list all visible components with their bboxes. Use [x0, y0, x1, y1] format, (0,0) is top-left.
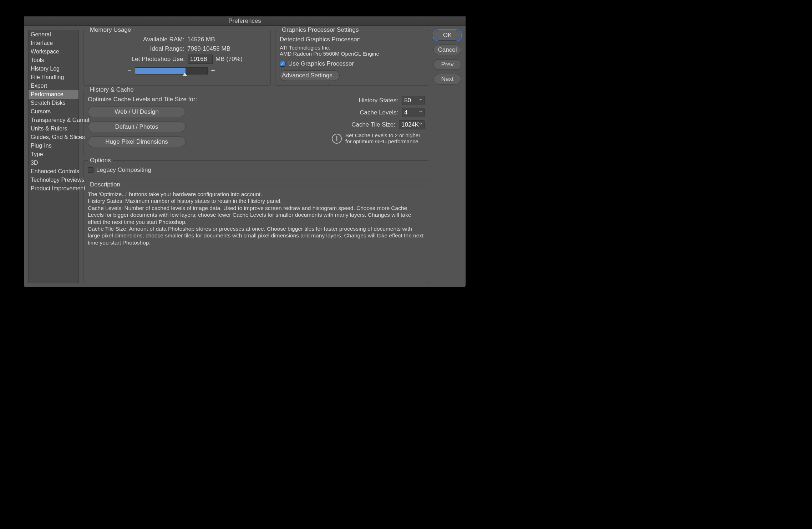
info-icon: i: [332, 134, 342, 144]
cancel-button[interactable]: Cancel: [433, 45, 461, 55]
preferences-dialog: Preferences General Interface Workspace …: [24, 16, 466, 287]
let-photoshop-use-suffix: MB (70%): [215, 56, 251, 63]
sidebar-item-performance[interactable]: Performance: [29, 90, 78, 99]
sidebar-item-plug-ins[interactable]: Plug-Ins: [29, 142, 78, 150]
legacy-compositing-checkbox[interactable]: [88, 167, 93, 173]
gpu-model: AMD Radeon Pro 5500M OpenGL Engine: [280, 51, 425, 57]
gpu-vendor: ATI Technologies Inc.: [280, 45, 425, 51]
sidebar-item-general[interactable]: General: [29, 30, 78, 39]
gpu-settings-group: Graphics Processor Settings Detected Gra…: [275, 30, 429, 86]
history-cache-group: History & Cache Optimize Cache Levels an…: [83, 90, 429, 156]
memory-slider[interactable]: [135, 67, 208, 75]
description-line-3: Cache Levels: Number of cached levels of…: [88, 205, 425, 225]
sidebar-item-transparency-gamut[interactable]: Transparency & Gamut: [29, 116, 78, 124]
sidebar-item-interface[interactable]: Interface: [29, 39, 78, 47]
let-photoshop-use-input[interactable]: [188, 55, 213, 64]
description-line-1: The 'Optimize...' buttons take your hard…: [88, 191, 425, 197]
cache-tile-size-select[interactable]: 1024K: [399, 120, 425, 129]
legacy-compositing-label: Legacy Compositing: [96, 166, 151, 174]
next-button[interactable]: Next: [433, 74, 461, 84]
description-group: Description The 'Optimize...' buttons ta…: [83, 185, 429, 283]
advanced-settings-button[interactable]: Advanced Settings...: [280, 70, 340, 81]
ideal-range-value: 7989-10458 MB: [187, 45, 252, 52]
sidebar-item-tools[interactable]: Tools: [29, 56, 78, 65]
description-line-2: History States: Maximum number of histor…: [88, 197, 425, 204]
sidebar-item-file-handling[interactable]: File Handling: [29, 73, 78, 82]
use-gpu-checkbox[interactable]: ✓: [280, 61, 285, 67]
cache-hint: Set Cache Levels to 2 or higher for opti…: [345, 132, 425, 144]
sidebar-item-history-log[interactable]: History Log: [29, 65, 78, 73]
optimize-label: Optimize Cache Levels and Tile Size for:: [88, 96, 197, 103]
memory-minus-icon[interactable]: −: [127, 67, 132, 75]
memory-plus-icon[interactable]: +: [210, 67, 215, 75]
sidebar-item-guides-grid-slices[interactable]: Guides, Grid & Slices: [29, 133, 78, 142]
detected-gpu-label: Detected Graphics Processor:: [280, 36, 425, 43]
history-states-label: History States:: [359, 97, 398, 104]
let-photoshop-use-label: Let Photoshop Use:: [103, 56, 185, 63]
sidebar-item-scratch-disks[interactable]: Scratch Disks: [29, 99, 78, 107]
available-ram-value: 14526 MB: [187, 36, 252, 43]
sidebar-item-product-improvement[interactable]: Product Improvement: [29, 184, 78, 193]
ok-button[interactable]: OK: [433, 30, 461, 41]
preset-web-ui-button[interactable]: Web / UI Design: [88, 107, 186, 117]
use-gpu-label: Use Graphics Processor: [288, 60, 354, 67]
prev-button[interactable]: Prev: [433, 59, 461, 70]
options-group: Options Legacy Compositing: [83, 160, 429, 180]
category-sidebar: General Interface Workspace Tools Histor…: [28, 30, 79, 283]
history-cache-legend: History & Cache: [88, 86, 136, 93]
description-line-4: Cache Tile Size: Amount of data Photosho…: [88, 225, 425, 246]
memory-usage-group: Memory Usage Available RAM: 14526 MB Ide…: [83, 30, 271, 86]
sidebar-item-export[interactable]: Export: [29, 82, 78, 90]
preset-huge-pixel-button[interactable]: Huge Pixel Dimensions: [88, 137, 186, 147]
options-legend: Options: [88, 157, 113, 164]
sidebar-item-technology-previews[interactable]: Technology Previews: [29, 176, 78, 184]
cache-levels-label: Cache Levels:: [360, 109, 398, 116]
sidebar-item-cursors[interactable]: Cursors: [29, 107, 78, 116]
description-legend: Description: [88, 181, 122, 188]
sidebar-item-3d[interactable]: 3D: [29, 159, 78, 167]
memory-slider-fill: [135, 68, 186, 74]
sidebar-item-units-rulers[interactable]: Units & Rulers: [29, 124, 78, 133]
history-states-select[interactable]: 50: [402, 96, 425, 105]
cache-tile-size-label: Cache Tile Size:: [351, 121, 395, 128]
sidebar-item-type[interactable]: Type: [29, 150, 78, 159]
memory-slider-handle[interactable]: [182, 73, 187, 76]
sidebar-item-enhanced-controls[interactable]: Enhanced Controls: [29, 167, 78, 176]
sidebar-item-workspace[interactable]: Workspace: [29, 47, 78, 56]
ideal-range-label: Ideal Range:: [102, 45, 184, 52]
gpu-settings-legend: Graphics Processor Settings: [280, 26, 361, 34]
titlebar: Preferences: [24, 16, 466, 26]
cache-levels-select[interactable]: 4: [402, 108, 425, 117]
available-ram-label: Available RAM:: [102, 36, 184, 43]
preset-default-photos-button[interactable]: Default / Photos: [88, 122, 186, 132]
memory-usage-legend: Memory Usage: [88, 26, 133, 34]
